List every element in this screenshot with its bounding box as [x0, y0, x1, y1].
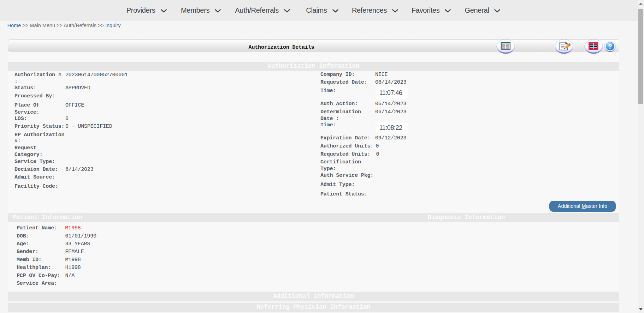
svg-text:?: ? [608, 43, 612, 50]
